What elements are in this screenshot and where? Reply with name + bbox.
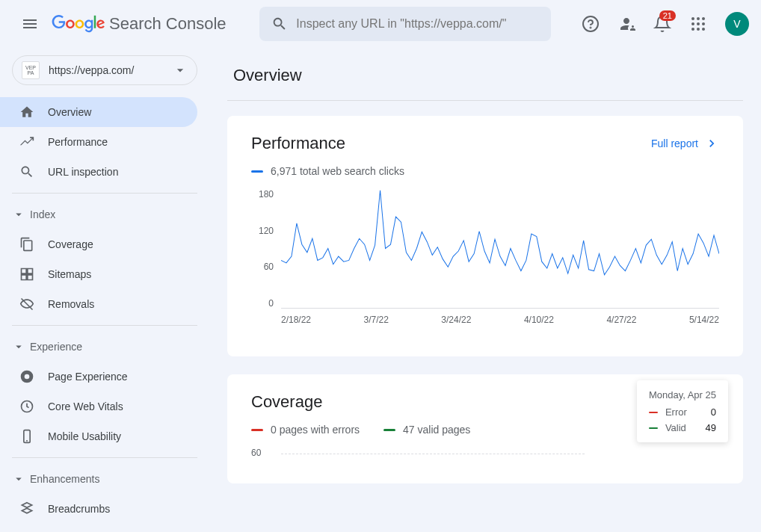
svg-point-3 <box>697 17 700 20</box>
help-icon <box>582 15 600 33</box>
svg-point-1 <box>591 28 591 28</box>
coverage-legend-valid: 47 valid pages <box>383 424 470 436</box>
coverage-y-tick: 60 <box>251 448 261 458</box>
y-tick: 0 <box>251 298 274 309</box>
divider <box>12 193 197 194</box>
header-actions: 21 V <box>576 9 749 39</box>
search-icon <box>271 15 288 33</box>
legend-text: 47 valid pages <box>403 424 470 436</box>
sidebar-item-breadcrumbs[interactable]: Breadcrumbs <box>0 494 197 524</box>
sidebar-section-experience[interactable]: Experience <box>0 332 209 362</box>
sidebar-item-performance[interactable]: Performance <box>0 127 197 157</box>
coverage-legend-error: 0 pages with errors <box>251 424 360 436</box>
tooltip-row: Error 0 <box>649 406 716 418</box>
legend-dash-icon <box>251 429 263 431</box>
url-inspect-search[interactable] <box>259 7 551 41</box>
sidebar-item-sitemaps[interactable]: Sitemaps <box>0 259 197 289</box>
property-url: https://veppa.com/ <box>49 64 173 76</box>
sidebar-item-label: Page Experience <box>48 371 128 383</box>
caret-down-icon <box>12 340 25 353</box>
tooltip-row: Valid 49 <box>649 422 716 433</box>
account-avatar[interactable]: V <box>725 12 749 36</box>
legend-text: 6,971 total web search clicks <box>271 165 404 177</box>
x-tick: 3/7/22 <box>364 315 389 325</box>
sidebar-item-label: Coverage <box>48 238 93 250</box>
sidebar-item-coverage[interactable]: Coverage <box>0 229 197 259</box>
sidebar-item-label: Breadcrumbs <box>48 503 110 515</box>
menu-icon <box>21 15 39 33</box>
sidebar-item-label: Mobile Usability <box>48 430 121 442</box>
notification-badge: 21 <box>659 10 676 21</box>
caret-down-icon <box>12 472 25 486</box>
sidebar-item-url-inspection[interactable]: URL inspection <box>0 157 197 187</box>
sidebar-item-overview[interactable]: Overview <box>0 97 197 127</box>
property-favicon: VEP PA <box>22 61 40 79</box>
svg-point-9 <box>697 28 700 31</box>
performance-card-title: Performance <box>251 134 345 153</box>
y-tick: 60 <box>251 262 274 272</box>
sidebar-item-label: Removals <box>48 298 94 310</box>
search-input[interactable] <box>296 17 538 31</box>
page-title: Overview <box>227 48 743 100</box>
sidebar-item-core-web-vitals[interactable]: Core Web Vitals <box>0 392 197 421</box>
help-button[interactable] <box>576 9 606 39</box>
sidebar-section-enhancements[interactable]: Enhancements <box>0 464 209 494</box>
x-tick: 4/27/22 <box>606 315 636 325</box>
x-tick: 5/14/22 <box>689 315 719 325</box>
performance-full-report-link[interactable]: Full report <box>651 136 719 151</box>
users-settings-button[interactable] <box>611 9 641 39</box>
page-experience-icon <box>18 369 36 384</box>
svg-point-13 <box>25 374 30 380</box>
sidebar-item-page-experience[interactable]: Page Experience <box>0 362 197 392</box>
tooltip-dash-icon <box>649 412 658 413</box>
coverage-card: Coverage Full report 0 pages with errors… <box>227 374 743 483</box>
coverage-card-title: Coverage <box>251 392 322 412</box>
core-web-vitals-icon <box>18 399 36 414</box>
tooltip-label: Valid <box>665 422 694 433</box>
notifications-button[interactable]: 21 <box>647 9 677 39</box>
svg-point-4 <box>702 17 705 20</box>
property-selector[interactable]: VEP PA https://veppa.com/ <box>12 55 197 85</box>
performance-chart[interactable]: 180120600 2/18/223/7/223/24/224/10/224/2… <box>251 189 719 338</box>
apps-button[interactable] <box>683 9 713 39</box>
full-report-label: Full report <box>651 137 698 149</box>
sidebar-item-label: Sitemaps <box>48 268 91 280</box>
x-tick: 3/24/22 <box>441 315 471 325</box>
divider <box>12 457 197 458</box>
url-inspection-icon <box>18 164 36 179</box>
sitemaps-icon <box>18 267 36 282</box>
x-axis-labels: 2/18/223/7/223/24/224/10/224/27/225/14/2… <box>281 315 719 325</box>
sidebar-item-removals[interactable]: Removals <box>0 289 197 319</box>
y-axis-labels: 180120600 <box>251 189 274 309</box>
sidebar: VEP PA https://veppa.com/ Overview Perfo… <box>0 48 209 532</box>
y-tick: 120 <box>251 226 274 236</box>
y-tick: 180 <box>251 189 274 200</box>
sidebar-item-label: Core Web Vitals <box>48 400 123 412</box>
coverage-icon <box>18 237 36 252</box>
sidebar-item-label: URL inspection <box>48 166 118 178</box>
dropdown-caret-icon <box>173 63 188 78</box>
performance-card: Performance Full report 6,971 total web … <box>227 116 743 356</box>
chevron-right-icon <box>704 136 719 151</box>
google-logo-icon <box>51 15 106 33</box>
performance-legend: 6,971 total web search clicks <box>251 165 404 177</box>
caret-down-icon <box>12 208 25 221</box>
divider <box>227 100 743 101</box>
divider <box>12 325 197 326</box>
sidebar-item-mobile-usability[interactable]: Mobile Usability <box>0 421 197 451</box>
sidebar-section-index[interactable]: Index <box>0 200 209 229</box>
svg-point-8 <box>691 28 694 31</box>
apps-grid-icon <box>689 15 707 33</box>
main-content: Overview Performance Full report 6,971 t… <box>209 48 761 532</box>
product-logo[interactable]: Search Console <box>51 14 227 34</box>
section-title: Experience <box>30 341 82 353</box>
x-tick: 4/10/22 <box>524 315 554 325</box>
hamburger-menu-button[interactable] <box>12 6 48 42</box>
mobile-usability-icon <box>18 429 36 444</box>
tooltip-label: Error <box>665 406 699 418</box>
user-settings-icon <box>617 15 635 33</box>
legend-text: 0 pages with errors <box>271 424 360 436</box>
svg-point-7 <box>702 22 705 25</box>
tooltip-value: 49 <box>706 422 716 433</box>
product-name: Search Console <box>109 14 227 34</box>
